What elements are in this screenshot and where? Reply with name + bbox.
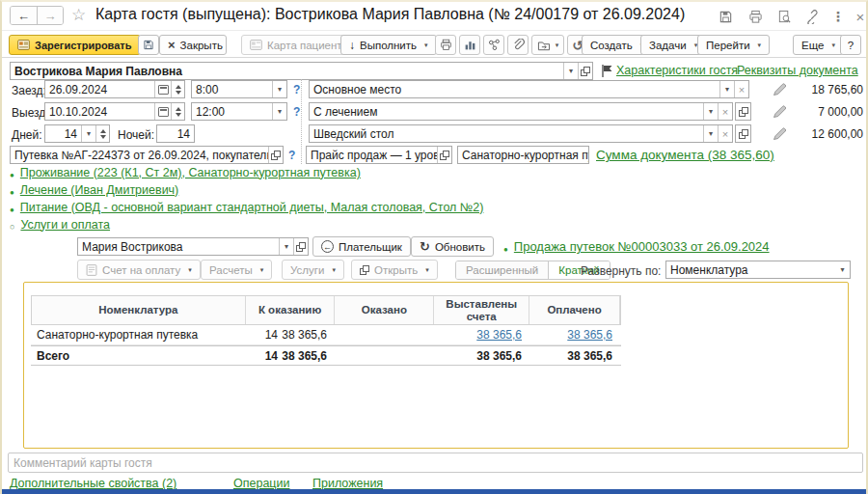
calendar-icon[interactable] [154,81,171,97]
structure-links-button[interactable] [483,35,504,55]
table-row[interactable]: Санаторно-курортная путевка 14 38 365,6 … [31,325,621,345]
attachments-link[interactable]: Приложения [312,477,383,490]
column-header-paid[interactable]: Оплачено [529,296,620,324]
days-stepper[interactable] [95,125,109,142]
expand-by-select[interactable]: Номенклатура [665,261,851,279]
more-menu-icon[interactable] [831,9,845,24]
save-icon[interactable] [717,9,734,24]
tariff-row-meals-field[interactable]: Шведский стол [309,124,733,143]
cell-total-to-provide-sum: 38 365,6 [278,349,335,363]
guest-name-field[interactable]: Вострикова Мария Павловна [10,62,593,80]
services-button[interactable]: Услуги [282,260,344,280]
tasks-button[interactable]: Задачи [640,35,706,55]
view-extended-segment[interactable]: Расширенный [456,261,548,279]
guest-name-open-button[interactable] [578,63,592,79]
checkout-date-stepper[interactable] [171,103,184,120]
document-sum-link[interactable]: Сумма документа (38 365,60) [596,148,774,162]
tariff-name: Основное место [310,81,719,97]
column-header-nomenclature[interactable]: Номенклатура [32,296,246,324]
nights-field[interactable]: 14 [156,124,195,143]
payer-dropdown[interactable] [279,238,293,255]
forward-button[interactable] [37,7,63,24]
checkin-date-field[interactable]: 26.09.2024 [44,80,185,98]
settlements-button[interactable]: Расчеты [201,260,272,280]
goto-button[interactable]: Перейти [697,35,770,55]
tariff-dropdown[interactable] [703,103,718,120]
preview-icon[interactable] [775,9,793,24]
calendar-icon[interactable] [154,103,171,120]
attachments-paperclip-button[interactable] [507,35,529,55]
save-button[interactable] [138,35,159,55]
additional-properties-link[interactable]: Дополнительные свойства (2) [10,477,176,490]
section-bullet-open-icon [10,216,14,233]
expand-by-dropdown[interactable] [835,261,850,278]
price-type-open-button[interactable] [437,147,451,163]
open-menu-button[interactable]: Открыть [351,260,438,280]
invoice-button[interactable]: Счет на оплату [77,260,201,280]
checkin-time-field[interactable]: 8:00 [191,80,287,98]
register-button[interactable]: Зарегистрировать [9,35,141,55]
help-icon[interactable] [288,149,295,162]
tariff-open-button[interactable] [735,124,751,143]
guest-characteristics-link[interactable]: Характеристики гостя [616,64,738,77]
folder-export-button[interactable] [531,35,564,55]
patient-card-button[interactable]: Карта пациента [241,35,357,55]
guest-name-dropdown[interactable] [563,63,578,79]
refresh-button[interactable]: Обновить [411,236,494,257]
paid-sum-link[interactable]: 38 365,6 [567,328,612,342]
close-button[interactable]: Закрыть [159,35,227,55]
clear-icon[interactable] [734,81,748,97]
checkin-time-dropdown[interactable] [272,81,286,97]
voucher-field[interactable]: Путевка №АГ-224373 от 26.09.2024, покупа… [10,146,284,164]
payer-button[interactable]: Плательщик [312,236,411,257]
treatment-link[interactable]: Лечение (Иван Дмитриевич) [20,183,178,197]
checkout-time-dropdown[interactable] [272,103,286,120]
document-requisites-link[interactable]: Реквизиты документа [737,64,858,77]
tasks-button-label: Задачи [649,40,687,51]
payer-field[interactable]: Мария Вострикова [77,237,309,256]
get-link-icon[interactable] [803,9,821,24]
cell-to-provide-sum: 38 365,6 [278,328,335,342]
print-icon[interactable] [746,9,764,24]
help-icon[interactable] [293,83,300,96]
execute-button[interactable]: Выполнить [340,35,437,55]
tariff-open-button[interactable] [735,102,751,121]
tariff-row-treatment-field[interactable]: С лечением [309,102,733,121]
back-button[interactable] [11,7,37,24]
column-header-invoiced[interactable]: Выставлены счета [434,296,529,324]
reports-chart-button[interactable] [459,35,480,55]
open-icon [296,242,306,252]
invoiced-sum-link[interactable]: 38 365,6 [476,328,522,342]
price-type-field[interactable]: Прайс продаж — 1 уровень (₽ [306,146,452,164]
meals-link[interactable]: Питание (ОВД - основной вариант стандарт… [20,201,484,214]
comment-input[interactable] [8,453,863,473]
print-button[interactable] [435,35,456,55]
accommodation-link[interactable]: Проживание (223 (К1, Ст 2м), Санаторно-к… [20,166,361,179]
checkin-date-stepper[interactable] [171,81,184,97]
tariff-dropdown[interactable] [719,81,734,97]
operations-link[interactable]: Операции [233,477,289,490]
help-icon[interactable] [293,105,300,119]
column-header-to-provide[interactable]: К оказанию [246,296,336,324]
voucher-sale-link[interactable]: Продажа путевок №00003033 от 26.09.2024 [514,239,770,254]
payer-value: Мария Вострикова [78,238,279,255]
clear-icon[interactable] [718,103,732,120]
payer-open-button[interactable] [293,238,308,255]
column-header-provided[interactable]: Оказано [335,296,434,324]
days-dropdown[interactable] [81,125,95,142]
services-payment-link[interactable]: Услуги и оплата [20,218,110,232]
days-field[interactable]: 14 [44,124,110,143]
tariff-row-main-field[interactable]: Основное место [309,80,749,98]
flag-icon[interactable] [601,64,613,78]
close-window-icon[interactable] [854,9,867,24]
clear-icon[interactable] [718,125,732,142]
more-button[interactable]: Еще [793,35,844,55]
voucher-kind-field[interactable]: Санаторно-курортная путевка [457,146,589,164]
checkout-time-field[interactable]: 12:00 [191,102,287,121]
checkout-date-field[interactable]: 10.10.2024 [44,102,185,121]
help-button[interactable]: ? [840,35,861,55]
guest-card-window: Карта гостя (выпущена): Вострикова Мария… [0,0,868,494]
tariff-dropdown[interactable] [703,125,718,142]
voucher-open-button[interactable] [268,147,283,163]
favorite-star-icon[interactable] [71,5,86,25]
